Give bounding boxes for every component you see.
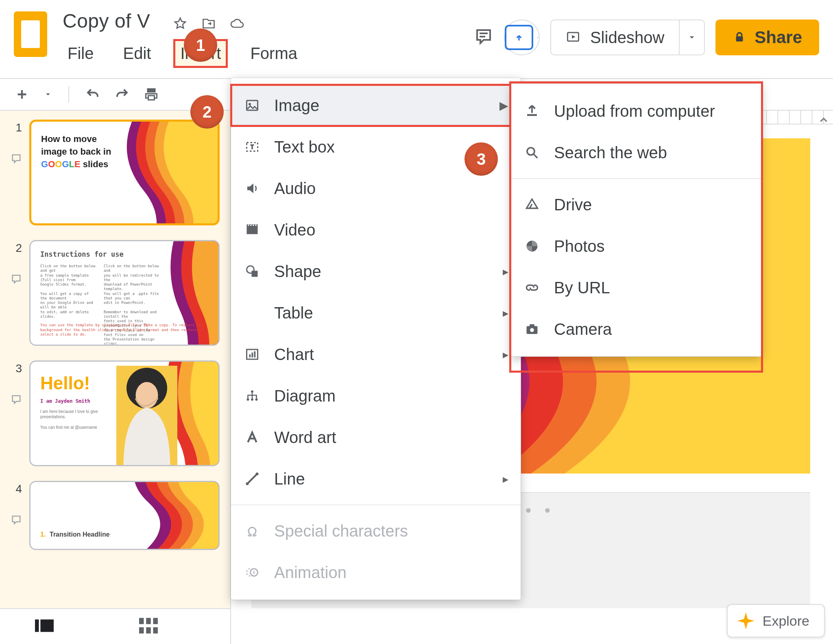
insert-image-item[interactable]: Image ▶ xyxy=(231,85,521,126)
share-button[interactable]: Share xyxy=(715,20,819,55)
slideshow-label: Slideshow xyxy=(590,28,664,47)
menu-label: Chart xyxy=(274,345,314,364)
explore-button[interactable]: Explore xyxy=(727,604,825,637)
menu-label: Drive xyxy=(554,196,592,214)
submenu-search[interactable]: Search the web xyxy=(511,132,761,173)
menu-file[interactable]: File xyxy=(63,41,98,66)
menu-label: Audio xyxy=(274,179,316,198)
submenu-arrow-icon: ▸ xyxy=(503,348,508,361)
undo-button[interactable] xyxy=(82,84,103,105)
svg-rect-40 xyxy=(153,618,158,624)
insert-chart-item[interactable]: Chart ▸ xyxy=(231,334,521,375)
slide-thumb-4[interactable]: 4 1. Transition Headline xyxy=(11,481,220,550)
svg-point-7 xyxy=(249,103,251,105)
insert-wordart-item[interactable]: Word art xyxy=(231,417,521,458)
slideshow-button[interactable]: Slideshow xyxy=(550,20,680,55)
menu-label: Photos xyxy=(554,237,605,255)
svg-line-32 xyxy=(534,155,538,158)
submenu-photos[interactable]: Photos xyxy=(511,225,761,267)
menu-label: Upload from computer xyxy=(554,102,715,120)
share-label: Share xyxy=(754,28,802,47)
svg-rect-37 xyxy=(40,620,54,632)
menu-label: Image xyxy=(274,96,319,115)
svg-point-24 xyxy=(255,398,258,401)
menu-format[interactable]: Forma xyxy=(245,41,302,66)
scroll-up-icon[interactable] xyxy=(818,114,830,128)
svg-rect-39 xyxy=(146,618,151,624)
new-slide-button[interactable] xyxy=(11,84,33,105)
slide-thumb-canvas: Hello! I am Jayden Smith I am here becau… xyxy=(29,360,220,466)
submenu-drive[interactable]: Drive xyxy=(511,184,761,225)
present-button[interactable] xyxy=(504,20,540,55)
doc-header: Copy of V File Edit Insert Forma Slides xyxy=(0,0,833,78)
doc-title[interactable]: Copy of V xyxy=(63,8,150,35)
wave-graphic xyxy=(122,481,220,550)
comment-icon xyxy=(11,514,22,526)
insert-video-item[interactable]: Video xyxy=(231,209,521,251)
slide-thumb-2[interactable]: 2 Instructions for use Click on the butt… xyxy=(11,240,220,346)
submenu-byurl[interactable]: By URL xyxy=(511,267,761,308)
step-badge-3: 3 xyxy=(464,142,498,176)
menu-label: Special characters xyxy=(274,522,408,540)
print-button[interactable] xyxy=(141,84,162,105)
insert-diagram-item[interactable]: Diagram xyxy=(231,375,521,417)
svg-rect-19 xyxy=(252,353,253,358)
submenu-upload[interactable]: Upload from computer xyxy=(511,90,761,132)
submenu-arrow-icon: ▸ xyxy=(503,472,508,486)
svg-rect-11 xyxy=(248,225,249,226)
comments-icon[interactable] xyxy=(474,27,493,48)
menu-edit[interactable]: Edit xyxy=(118,41,156,66)
grid-view-icon[interactable] xyxy=(139,618,158,635)
header-right-buttons: Slideshow Share xyxy=(474,20,819,55)
slide3-para: I am here because I love to give present… xyxy=(40,409,109,430)
slide2-note: You can use the template by clicking on … xyxy=(40,323,209,337)
menu-label: By URL xyxy=(554,279,610,297)
svg-rect-30 xyxy=(527,114,537,116)
submenu-camera[interactable]: Camera xyxy=(511,308,761,350)
svg-point-23 xyxy=(251,398,253,401)
slide-thumb-3[interactable]: 3 Hello! I am Jayden Smith I am here bec… xyxy=(11,360,220,466)
svg-rect-34 xyxy=(530,324,534,327)
new-slide-dropdown[interactable] xyxy=(41,87,55,102)
svg-rect-14 xyxy=(255,225,257,226)
svg-rect-20 xyxy=(254,351,256,358)
insert-table-item[interactable]: Table ▸ xyxy=(231,292,521,334)
svg-line-25 xyxy=(247,474,257,484)
doc-quick-icons xyxy=(173,16,244,33)
menu-label: Search the web xyxy=(554,144,667,162)
slide-number: 3 xyxy=(11,360,22,375)
slide-thumb-canvas: Instructions for use Click on the button… xyxy=(29,240,220,346)
svg-rect-16 xyxy=(252,271,258,277)
slideshow-dropdown[interactable] xyxy=(680,20,705,55)
menu-label: Diagram xyxy=(274,387,336,405)
cloud-status-icon[interactable] xyxy=(230,16,244,33)
svg-point-31 xyxy=(527,148,534,155)
menu-label: Word art xyxy=(274,428,336,447)
star-icon[interactable] xyxy=(173,16,188,33)
menu-label: Video xyxy=(274,221,316,239)
slide1-title: How to move image to back in GOOGLE slid… xyxy=(41,133,111,170)
slides-logo[interactable] xyxy=(14,11,47,57)
slide-filmstrip[interactable]: 1 How to move image to back in GOOGLE sl… xyxy=(0,111,231,608)
filmstrip-view-icon[interactable] xyxy=(35,618,54,635)
explore-label: Explore xyxy=(763,613,809,629)
slide2-col1: Click on the button below and geta free … xyxy=(40,264,97,319)
redo-button[interactable] xyxy=(111,84,133,105)
menu-label: Line xyxy=(274,470,305,488)
svg-point-35 xyxy=(530,328,534,332)
person-photo xyxy=(114,366,179,466)
slide-thumb-canvas: How to move image to back in GOOGLE slid… xyxy=(29,120,220,225)
slide-number: 4 xyxy=(11,481,22,496)
comment-icon xyxy=(11,394,22,405)
insert-line-item[interactable]: Line ▸ xyxy=(231,458,521,500)
slide-number-col: 3 xyxy=(11,360,22,407)
insert-shape-item[interactable]: Shape ▸ xyxy=(231,251,521,292)
insert-animation-item: Animation xyxy=(231,552,521,593)
slide-thumb-1[interactable]: 1 How to move image to back in GOOGLE sl… xyxy=(11,120,220,225)
wave-graphic xyxy=(107,120,220,225)
comment-icon xyxy=(11,153,22,164)
step-badge-2: 2 xyxy=(190,95,224,129)
svg-rect-36 xyxy=(35,620,39,632)
svg-rect-9 xyxy=(247,226,258,234)
menu-label: Text box xyxy=(274,138,335,156)
